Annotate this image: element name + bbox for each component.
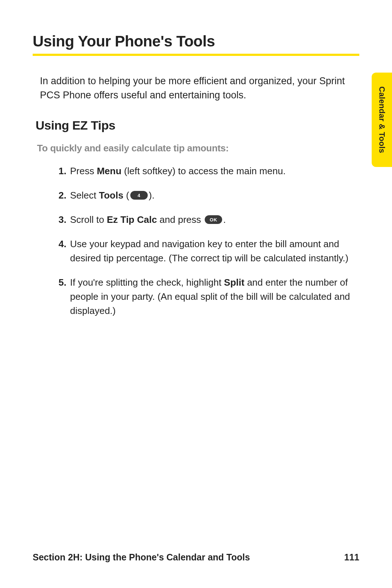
step-text: Scroll to (70, 214, 107, 225)
step-2: 2. Select Tools (4). (49, 188, 359, 203)
step-text: If you're splitting the check, highlight (70, 277, 224, 288)
step-number: 1. (49, 164, 66, 178)
step-number: 5. (49, 275, 66, 290)
step-bold: Ez Tip Calc (107, 214, 157, 225)
step-4: 4. Use your keypad and navigation key to… (49, 237, 359, 265)
step-number: 3. (49, 213, 66, 227)
intro-paragraph: In addition to helping your be more effi… (40, 74, 359, 102)
step-text: ). (149, 190, 155, 201)
lead-line: To quickly and easily calculate tip amou… (37, 143, 359, 154)
footer-section-label: Section 2H: Using the Phone's Calendar a… (33, 552, 250, 563)
step-text: Use your keypad and navigation key to en… (70, 238, 348, 264)
step-bold: Menu (97, 166, 122, 176)
step-text: Press (70, 166, 97, 176)
steps-list: 1. Press Menu (left softkey) to access t… (49, 164, 359, 318)
step-number: 4. (49, 237, 66, 251)
step-text: and press (157, 214, 204, 225)
section-tab-label: Calendar & Tools (377, 86, 387, 153)
key-4-icon: 4 (130, 191, 148, 200)
step-text: (left softkey) to access the main menu. (122, 166, 286, 176)
step-bold: Tools (99, 190, 123, 201)
step-5: 5. If you're splitting the check, highli… (49, 275, 359, 318)
step-number: 2. (49, 188, 66, 203)
manual-page: Using Your Phone's Tools In addition to … (0, 0, 392, 588)
section-tab: Calendar & Tools (372, 73, 392, 167)
section-heading: Using EZ Tips (36, 118, 359, 132)
page-title: Using Your Phone's Tools (33, 33, 359, 56)
step-text: . (223, 214, 226, 225)
step-text: ( (123, 190, 129, 201)
footer-page-number: 111 (344, 552, 359, 563)
key-ok-icon: OK (205, 215, 222, 224)
step-3: 3. Scroll to Ez Tip Calc and press OK. (49, 213, 359, 227)
page-footer: Section 2H: Using the Phone's Calendar a… (33, 552, 359, 563)
step-text: Select (70, 190, 99, 201)
step-1: 1. Press Menu (left softkey) to access t… (49, 164, 359, 178)
step-bold: Split (224, 277, 244, 288)
